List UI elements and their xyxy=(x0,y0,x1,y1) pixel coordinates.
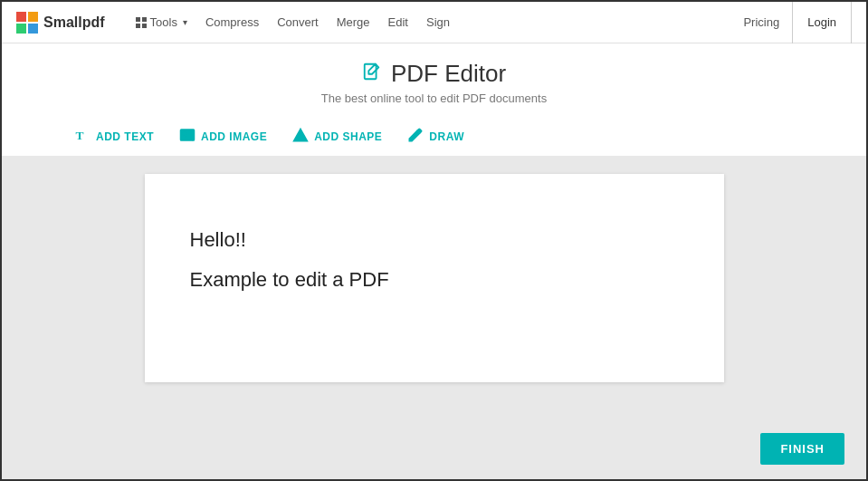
svg-text:T: T xyxy=(76,129,84,142)
editor-toolbar: T ADD TEXT ADD IMAGE ADD SHAPE xyxy=(2,118,866,156)
logo[interactable]: Smallpdf xyxy=(16,12,105,34)
pdf-line-2: Example to edit a PDF xyxy=(190,268,679,292)
svg-marker-4 xyxy=(294,129,308,141)
svg-point-3 xyxy=(184,132,186,135)
nav-right: Pricing Login xyxy=(730,2,852,43)
nav-item-compress[interactable]: Compress xyxy=(196,2,268,43)
grid-icon xyxy=(136,17,147,28)
hero-subtitle: The best online tool to edit PDF documen… xyxy=(321,91,547,105)
pdf-edit-icon xyxy=(362,62,382,87)
draw-icon xyxy=(407,127,424,147)
pdf-canvas[interactable]: Hello!! Example to edit a PDF xyxy=(145,174,724,382)
finish-button[interactable]: FINISH xyxy=(760,433,844,465)
login-button[interactable]: Login xyxy=(792,2,852,43)
nav-item-sign[interactable]: Sign xyxy=(417,2,459,43)
draw-button[interactable]: DRAW xyxy=(407,127,464,147)
hero-section: PDF Editor The best online tool to edit … xyxy=(2,43,866,118)
hero-title-row: PDF Editor xyxy=(362,60,506,88)
editor-area: Hello!! Example to edit a PDF FINISH xyxy=(2,156,866,479)
logo-icon xyxy=(16,12,38,34)
image-icon xyxy=(179,127,196,147)
finish-bar: FINISH xyxy=(760,433,844,465)
nav-item-edit[interactable]: Edit xyxy=(379,2,417,43)
add-image-button[interactable]: ADD IMAGE xyxy=(179,127,267,147)
nav-item-convert[interactable]: Convert xyxy=(268,2,328,43)
tools-label: Tools xyxy=(150,15,177,29)
add-shape-button[interactable]: ADD SHAPE xyxy=(292,127,382,147)
chevron-down-icon: ▾ xyxy=(183,17,187,27)
text-icon: T xyxy=(74,127,91,147)
brand-name: Smallpdf xyxy=(43,14,105,31)
pdf-line-1: Hello!! xyxy=(190,228,679,252)
navbar: Smallpdf Tools ▾ Compress Convert Merge … xyxy=(2,2,866,43)
nav-item-merge[interactable]: Merge xyxy=(328,2,379,43)
pricing-button[interactable]: Pricing xyxy=(730,2,792,43)
add-text-button[interactable]: T ADD TEXT xyxy=(74,127,154,147)
page-title: PDF Editor xyxy=(391,60,506,88)
shape-icon xyxy=(292,127,309,147)
nav-item-tools[interactable]: Tools ▾ xyxy=(127,2,196,43)
